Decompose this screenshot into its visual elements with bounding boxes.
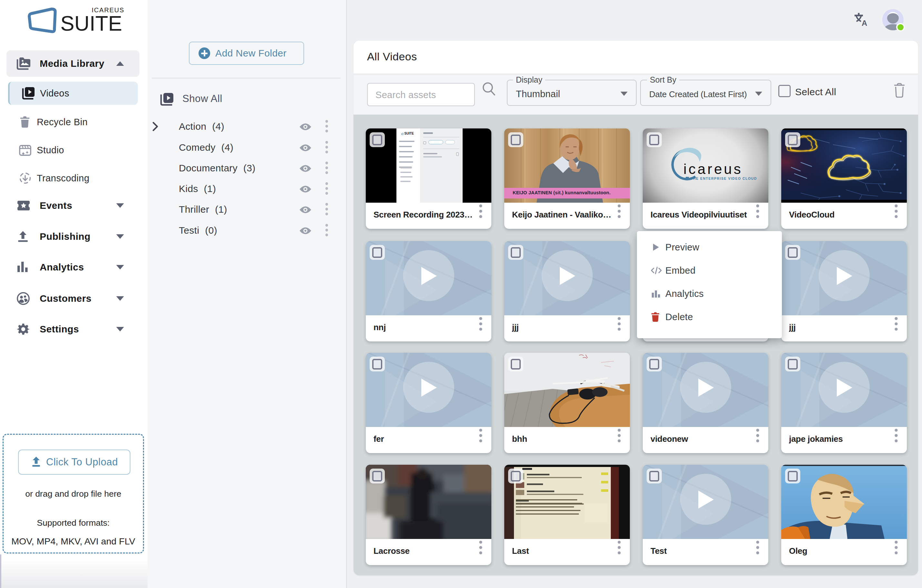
svg-text:THE ENTERPRISE VIDEO CLOUD: THE ENTERPRISE VIDEO CLOUD	[690, 176, 757, 180]
svg-text:A: A	[862, 19, 867, 27]
svg-text:icareus: icareus	[683, 161, 743, 177]
svg-text:SUITE: SUITE	[60, 11, 122, 35]
